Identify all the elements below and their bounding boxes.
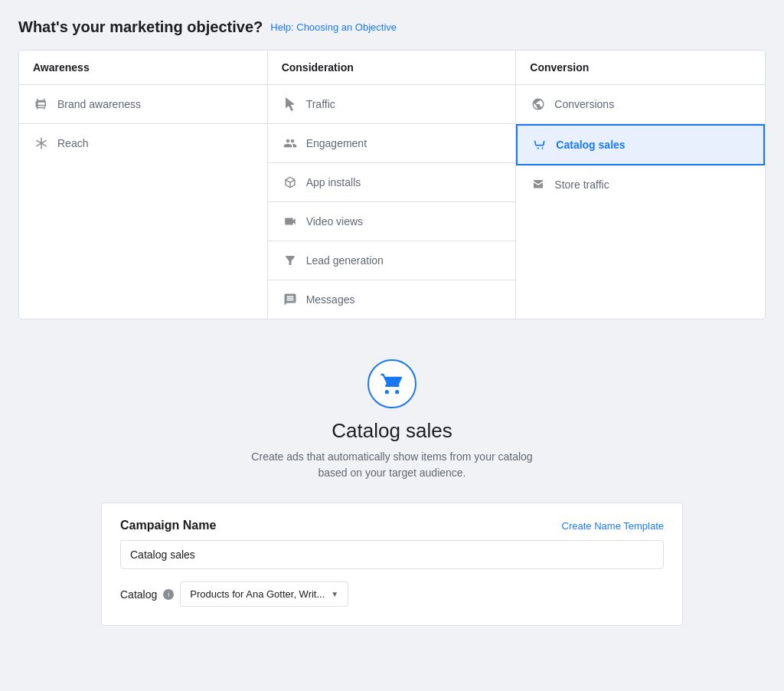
obj-reach[interactable]: Reach [19, 124, 267, 162]
obj-traffic[interactable]: Traffic [268, 85, 516, 124]
obj-store-traffic[interactable]: Store traffic [516, 165, 765, 204]
col-header-consideration: Consideration [268, 51, 517, 84]
catalog-dropdown[interactable]: Products for Ana Gotter, Writ... ▼ [180, 581, 348, 607]
cart-selected-icon [531, 136, 548, 153]
selected-icon-circle [368, 359, 416, 408]
catalog-row: Catalog i Products for Ana Gotter, Writ.… [120, 581, 664, 607]
store-icon [530, 176, 547, 193]
megaphone-icon [33, 96, 50, 113]
catalog-label: Catalog [120, 588, 157, 601]
box-icon [282, 174, 299, 191]
col-header-conversion: Conversion [516, 51, 765, 84]
table-body: Brand awareness Reach Traffic E [19, 85, 765, 319]
messages-label: Messages [306, 293, 355, 306]
col-consideration: Traffic Engagement App installs Video vi… [268, 85, 517, 319]
globe-icon [530, 96, 547, 113]
funnel-icon [282, 252, 299, 269]
page-title: What's your marketing objective? [18, 18, 263, 36]
chat-icon [282, 291, 299, 308]
engagement-label: Engagement [306, 137, 367, 149]
campaign-name-header: Campaign Name Create Name Template [120, 519, 664, 532]
obj-app-installs[interactable]: App installs [268, 163, 516, 202]
objectives-table: Awareness Consideration Conversion Brand… [18, 50, 766, 319]
catalog-sales-label: Catalog sales [556, 139, 625, 151]
obj-brand-awareness[interactable]: Brand awareness [19, 85, 267, 124]
col-header-awareness: Awareness [19, 51, 268, 84]
reach-label: Reach [57, 137, 88, 149]
info-icon: i [163, 589, 174, 600]
campaign-name-label: Campaign Name [120, 519, 216, 532]
cart-large-icon [380, 372, 404, 396]
create-name-template-link[interactable]: Create Name Template [562, 520, 664, 532]
video-views-label: Video views [306, 215, 363, 228]
asterisk-icon [33, 135, 50, 152]
obj-conversions[interactable]: Conversions [516, 85, 765, 124]
help-link[interactable]: Help: Choosing an Objective [270, 21, 397, 33]
col-conversion: Conversions Catalog sales Store traffic [516, 85, 765, 319]
people-icon [282, 135, 299, 152]
obj-lead-generation[interactable]: Lead generation [268, 241, 516, 280]
selected-section: Catalog sales Create ads that automatica… [18, 344, 766, 503]
col-awareness: Brand awareness Reach [19, 85, 268, 319]
catalog-value: Products for Ana Gotter, Writ... [190, 588, 325, 600]
selected-title: Catalog sales [332, 419, 452, 443]
store-traffic-label: Store traffic [554, 178, 609, 191]
video-icon [282, 213, 299, 230]
obj-catalog-sales[interactable]: Catalog sales [516, 124, 765, 165]
page-header: What's your marketing objective? Help: C… [18, 18, 766, 36]
app-installs-label: App installs [306, 176, 361, 188]
lead-generation-label: Lead generation [306, 254, 384, 267]
selected-desc: Create ads that automatically show items… [247, 449, 537, 481]
table-header: Awareness Consideration Conversion [19, 51, 765, 85]
campaign-name-input[interactable] [120, 540, 664, 569]
brand-awareness-label: Brand awareness [57, 98, 141, 110]
obj-messages[interactable]: Messages [268, 280, 516, 319]
campaign-section: Campaign Name Create Name Template Catal… [101, 503, 683, 626]
traffic-label: Traffic [306, 98, 335, 110]
conversions-label: Conversions [554, 98, 614, 110]
cursor-icon [282, 96, 299, 113]
obj-video-views[interactable]: Video views [268, 202, 516, 241]
obj-engagement[interactable]: Engagement [268, 124, 516, 163]
dropdown-arrow-icon: ▼ [331, 590, 338, 598]
